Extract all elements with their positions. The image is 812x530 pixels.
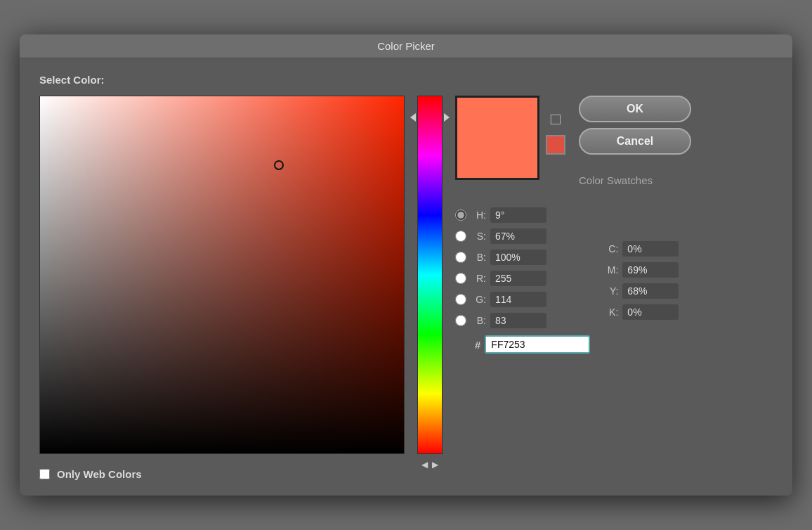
g-radio[interactable] [455,294,466,305]
b-radio[interactable] [455,252,466,263]
y-input[interactable] [622,283,679,299]
h-input[interactable] [490,207,546,223]
cube-icon: □ [545,108,566,129]
current-color-swatch [546,135,565,155]
cancel-button[interactable]: Cancel [579,128,691,155]
only-web-colors-label: Only Web Colors [57,468,142,480]
color-preview [455,96,539,180]
b-input[interactable] [490,250,546,265]
r-input[interactable] [490,271,546,286]
ok-button[interactable]: OK [579,96,691,122]
g-label: G: [471,294,486,305]
dialog-title: Color Picker [20,34,792,58]
hue-right-arrow-btn[interactable]: ▶ [432,460,438,470]
blue-input[interactable] [490,313,546,328]
r-radio[interactable] [455,273,466,284]
s-label: S: [471,231,486,242]
color-picker-dialog: Color Picker Select Color: Only Web Colo… [20,34,792,496]
hue-left-arrow-btn[interactable]: ◀ [421,460,428,470]
c-label: C: [603,243,618,254]
hue-arrow-left-icon [410,113,416,122]
b-label: B: [471,252,486,263]
s-input[interactable] [490,228,546,244]
m-label: M: [603,264,618,276]
g-input[interactable] [490,292,546,307]
hue-arrow-right-icon [444,113,450,122]
color-gradient-picker[interactable] [39,96,405,454]
y-label: Y: [603,285,618,297]
select-color-label: Select Color: [39,74,773,86]
hex-input[interactable] [485,335,590,354]
r-label: R: [471,273,486,284]
m-input[interactable] [622,262,679,278]
h-label: H: [471,209,486,221]
k-label: K: [603,306,618,318]
c-input[interactable] [622,241,679,257]
hash-symbol: # [475,339,480,351]
h-radio[interactable] [455,209,466,221]
blue-label: B: [471,315,486,326]
only-web-colors-checkbox[interactable] [39,469,50,479]
s-radio[interactable] [455,231,466,242]
blue-radio[interactable] [455,315,466,326]
color-swatches-button[interactable]: Color Swatches [579,172,691,189]
k-input[interactable] [622,304,679,320]
hue-thumb [414,116,445,119]
hue-slider[interactable] [417,96,443,454]
